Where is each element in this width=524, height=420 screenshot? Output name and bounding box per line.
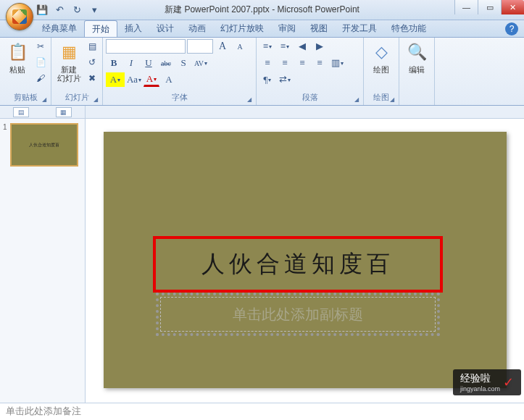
group-editing: 🔍 编辑 .: [399, 38, 435, 105]
save-icon[interactable]: 💾: [35, 3, 49, 17]
find-icon: 🔍: [405, 41, 428, 64]
ribbon-tabs: 经典菜单 开始 插入 设计 动画 幻灯片放映 审阅 视图 开发工具 特色功能 ?: [0, 20, 524, 38]
slide-thumbnail[interactable]: 1 人伙合道知度百: [3, 123, 82, 167]
reset-icon[interactable]: ↺: [85, 55, 99, 70]
slide-subtitle-text[interactable]: 单击此处添加副标题: [233, 305, 363, 324]
italic-button[interactable]: I: [123, 56, 139, 70]
columns-icon[interactable]: ▥: [329, 56, 345, 70]
new-slide-button[interactable]: ▦ 新建 幻灯片: [54, 39, 83, 84]
quick-access-toolbar: 💾 ↶ ↻ ▾: [35, 3, 101, 17]
slide-title-text[interactable]: 人伙合道知度百: [201, 248, 394, 280]
convert-smartart-icon[interactable]: ⇄: [277, 72, 293, 87]
increase-indent-icon[interactable]: ▶: [312, 39, 328, 54]
decrease-indent-icon[interactable]: ◀: [294, 39, 310, 54]
drawing-icon: ◇: [370, 41, 393, 64]
drawing-label: 绘图: [373, 65, 389, 74]
font-size-input[interactable]: [187, 39, 213, 54]
justify-icon[interactable]: ≡: [312, 56, 328, 70]
tab-design[interactable]: 设计: [149, 20, 181, 37]
slides-group-label: 幻灯片: [54, 91, 99, 104]
new-slide-icon: ▦: [57, 41, 80, 64]
window-title: 新建 PowerPoint 2007.pptx - Microsoft Powe…: [165, 4, 359, 16]
thumbnail-image[interactable]: 人伙合道知度百: [10, 123, 78, 167]
numbering-button[interactable]: ≡: [277, 39, 293, 54]
tab-view[interactable]: 视图: [303, 20, 335, 37]
paste-icon: 📋: [6, 41, 29, 64]
office-button[interactable]: [6, 3, 33, 30]
align-center-icon[interactable]: ≡: [277, 56, 293, 70]
redo-icon[interactable]: ↻: [70, 3, 84, 17]
text-direction-icon[interactable]: ¶: [259, 72, 275, 87]
tab-insert[interactable]: 插入: [117, 20, 149, 37]
clear-format-icon[interactable]: A: [161, 72, 177, 87]
tab-review[interactable]: 审阅: [271, 20, 303, 37]
shrink-font-icon[interactable]: A: [232, 39, 248, 54]
tab-home[interactable]: 开始: [84, 20, 117, 37]
thumbnail-title: 人伙合道知度百: [29, 142, 59, 148]
new-slide-label: 新建 幻灯片: [57, 65, 81, 83]
paste-label: 粘贴: [9, 65, 25, 74]
slides-tab-icon[interactable]: ▦: [56, 107, 72, 117]
font-group-label: 字体: [106, 91, 253, 104]
bold-button[interactable]: B: [106, 56, 122, 70]
slide-editor-pane[interactable]: 人伙合道知度百 单击此处添加副标题: [86, 119, 524, 403]
main-area: 1 人伙合道知度百 人伙合道知度百 单击此处添加副标题: [0, 119, 524, 403]
grow-font-icon[interactable]: A: [215, 39, 230, 54]
drawing-button[interactable]: ◇ 绘图: [367, 39, 396, 75]
group-font: A A B I U abc S AV A Aa A A 字体: [103, 38, 257, 105]
ruler-row: ▤ ▦: [0, 106, 524, 119]
align-left-icon[interactable]: ≡: [259, 56, 275, 70]
highlight-button[interactable]: A: [106, 72, 125, 87]
char-spacing-button[interactable]: AV: [193, 56, 209, 70]
font-name-input[interactable]: [106, 39, 186, 54]
watermark: 经验啦 jingyanla.com ✓: [453, 369, 521, 395]
qat-dropdown-icon[interactable]: ▾: [87, 3, 101, 17]
editing-button[interactable]: 🔍 编辑: [402, 39, 431, 75]
delete-slide-icon[interactable]: ✖: [85, 71, 99, 85]
close-button[interactable]: ✕: [501, 0, 524, 14]
subtitle-placeholder[interactable]: 单击此处添加副标题: [160, 297, 436, 332]
group-drawing: ◇ 绘图 绘图: [364, 38, 399, 105]
tab-animation[interactable]: 动画: [181, 20, 213, 37]
watermark-url: jingyanla.com: [460, 385, 500, 392]
window-controls: — ▭ ✕: [454, 0, 524, 14]
title-bar: 💾 ↶ ↻ ▾ 新建 PowerPoint 2007.pptx - Micros…: [0, 0, 524, 20]
pane-switcher: ▤ ▦: [0, 106, 86, 118]
slide-canvas[interactable]: 人伙合道知度百 单击此处添加副标题: [104, 132, 507, 388]
outline-tab-icon[interactable]: ▤: [13, 107, 29, 117]
shadow-button[interactable]: S: [175, 56, 191, 70]
cut-icon[interactable]: ✂: [33, 39, 48, 54]
tab-slideshow[interactable]: 幻灯片放映: [213, 20, 271, 37]
title-placeholder[interactable]: 人伙合道知度百: [153, 236, 443, 293]
group-clipboard: 📋 粘贴 ✂ 📄 🖌 剪贴板: [0, 38, 51, 105]
group-slides: ▦ 新建 幻灯片 ▤ ↺ ✖ 幻灯片: [51, 38, 103, 105]
tab-special[interactable]: 特色功能: [384, 20, 433, 37]
strike-button[interactable]: abc: [158, 56, 174, 70]
font-color-button[interactable]: A: [144, 72, 159, 87]
tab-developer[interactable]: 开发工具: [335, 20, 384, 37]
slide-thumbnail-pane[interactable]: 1 人伙合道知度百: [0, 119, 86, 403]
slide-number: 1: [3, 123, 7, 167]
paste-button[interactable]: 📋 粘贴: [3, 39, 32, 75]
minimize-button[interactable]: —: [454, 0, 478, 14]
bullets-button[interactable]: ≡: [259, 39, 275, 54]
ribbon: 📋 粘贴 ✂ 📄 🖌 剪贴板 ▦ 新建 幻灯片 ▤ ↺ ✖ 幻灯片: [0, 38, 524, 106]
help-button[interactable]: ?: [505, 22, 518, 35]
editing-label: 编辑: [409, 65, 425, 74]
maximize-button[interactable]: ▭: [478, 0, 501, 14]
change-case-button[interactable]: Aa: [126, 72, 142, 87]
paragraph-group-label: 段落: [259, 91, 360, 104]
drawing-group-label: 绘图: [367, 91, 396, 104]
group-paragraph: ≡ ≡ ◀ ▶ ≡ ≡ ≡ ≡ ▥ ¶ ⇄ 段落: [257, 38, 364, 105]
clipboard-group-label: 剪贴板: [3, 91, 48, 104]
check-icon: ✓: [503, 374, 514, 390]
align-right-icon[interactable]: ≡: [294, 56, 310, 70]
watermark-text: 经验啦 jingyanla.com: [460, 372, 500, 392]
notes-pane[interactable]: 单击此处添加备注: [0, 403, 524, 419]
format-painter-icon[interactable]: 🖌: [33, 71, 48, 85]
tab-classic-menu[interactable]: 经典菜单: [35, 20, 84, 37]
undo-icon[interactable]: ↶: [52, 3, 67, 17]
underline-button[interactable]: U: [141, 56, 157, 70]
layout-icon[interactable]: ▤: [85, 39, 99, 54]
copy-icon[interactable]: 📄: [33, 55, 48, 70]
